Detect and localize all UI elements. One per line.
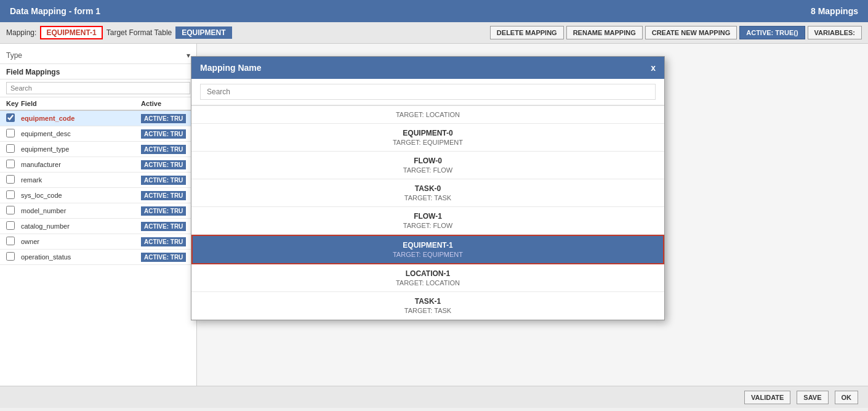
modal-item-name-7: TASK-1 <box>200 297 656 306</box>
modal-overlay: Mapping Name x TARGET: LOCATIONEQUIPMENT… <box>0 44 868 386</box>
modal-item-target-1: TARGET: EQUIPMENT <box>200 139 656 146</box>
modal-close-button[interactable]: x <box>651 63 656 73</box>
mappings-count: 8 Mappings <box>811 6 858 16</box>
modal-item-target-5: TARGET: EQUIPMENT <box>201 251 654 258</box>
modal-item-name-3: TASK-0 <box>200 184 656 193</box>
modal-list: TARGET: LOCATIONEQUIPMENT-0TARGET: EQUIP… <box>191 105 664 320</box>
modal-item-6[interactable]: LOCATION-1TARGET: LOCATION <box>191 264 664 292</box>
modal-header: Mapping Name x <box>191 57 664 79</box>
variables-button[interactable]: VARIABLES: <box>808 26 862 39</box>
modal-title: Mapping Name <box>200 63 262 73</box>
create-new-mapping-button[interactable]: CREATE NEW MAPPING <box>645 26 737 39</box>
modal-item-1[interactable]: EQUIPMENT-0TARGET: EQUIPMENT <box>191 124 664 152</box>
delete-mapping-button[interactable]: DELETE MAPPING <box>490 26 564 39</box>
modal-item-name-6: LOCATION-1 <box>200 269 656 278</box>
modal-item-0[interactable]: TARGET: LOCATION <box>191 106 664 124</box>
modal-search-input[interactable] <box>200 84 656 100</box>
modal-item-target-0: TARGET: LOCATION <box>200 111 656 118</box>
bottom-bar: VALIDATE SAVE OK <box>0 386 868 408</box>
modal-item-3[interactable]: TASK-0TARGET: TASK <box>191 179 664 207</box>
modal-item-target-6: TARGET: LOCATION <box>200 279 656 287</box>
modal-item-target-2: TARGET: FLOW <box>200 166 656 174</box>
toolbar: Mapping: EQUIPMENT-1 Target Format Table… <box>0 22 868 44</box>
modal-item-7[interactable]: TASK-1TARGET: TASK <box>191 292 664 320</box>
target-format-value-badge: EQUIPMENT <box>175 26 231 39</box>
app-title: Data Mapping - form 1 <box>10 6 100 16</box>
modal-item-target-4: TARGET: FLOW <box>200 222 656 229</box>
modal-item-target-7: TARGET: TASK <box>200 307 656 314</box>
modal-item-name-5: EQUIPMENT-1 <box>201 241 654 250</box>
target-format-label: Target Format Table <box>106 28 172 37</box>
toolbar-right: DELETE MAPPING RENAME MAPPING CREATE NEW… <box>490 26 862 39</box>
validate-button[interactable]: VALIDATE <box>744 391 790 404</box>
toolbar-left: Mapping: EQUIPMENT-1 Target Format Table… <box>6 26 232 39</box>
modal-item-5[interactable]: EQUIPMENT-1TARGET: EQUIPMENT <box>191 235 664 264</box>
modal-item-name-2: FLOW-0 <box>200 157 656 165</box>
app-header: Data Mapping - form 1 8 Mappings <box>0 0 868 22</box>
modal-item-name-1: EQUIPMENT-0 <box>200 129 656 137</box>
modal-search-area <box>191 79 664 105</box>
mapping-label: Mapping: <box>6 28 36 37</box>
active-true-button[interactable]: ACTIVE: TRUE() <box>739 26 805 39</box>
mapping-name-modal: Mapping Name x TARGET: LOCATIONEQUIPMENT… <box>191 56 665 320</box>
save-button[interactable]: SAVE <box>797 391 828 404</box>
rename-mapping-button[interactable]: RENAME MAPPING <box>566 26 643 39</box>
ok-button[interactable]: OK <box>835 391 859 404</box>
modal-item-4[interactable]: FLOW-1TARGET: FLOW <box>191 207 664 235</box>
mapping-value-badge[interactable]: EQUIPMENT-1 <box>40 26 102 39</box>
modal-item-target-3: TARGET: TASK <box>200 194 656 201</box>
main-content: Type ▾ Field Mappings Key Field Active e… <box>0 44 868 386</box>
modal-item-2[interactable]: FLOW-0TARGET: FLOW <box>191 152 664 179</box>
modal-item-name-4: FLOW-1 <box>200 212 656 221</box>
